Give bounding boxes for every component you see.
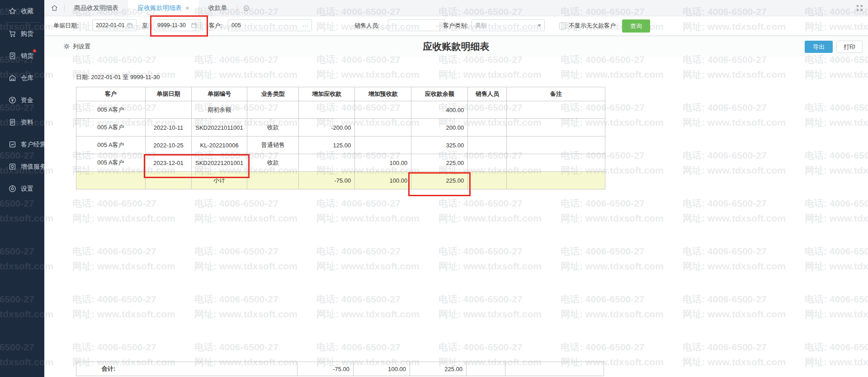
table-cell (505, 362, 604, 376)
column-header[interactable]: 增加应收款 (299, 87, 355, 101)
sidebar-item-label: 购货 (21, 30, 33, 38)
sidebar-item-4[interactable]: 资金 (0, 89, 44, 111)
chevron-down-icon (538, 24, 541, 27)
sidebar-menu: 收藏 购货 销货 仓库 资金 资料 客户经营 增值服务 设置 (0, 0, 44, 200)
sidebar-item-7[interactable]: 增值服务 (0, 156, 44, 178)
report-table[interactable]: 客户单据日期单据编号业务类型增加应收款增加预收款应收款余额销售人员备注005 A… (76, 87, 605, 189)
tab-0[interactable]: 商品收发明细表 (65, 0, 128, 16)
page-title: 应收账款明细表 (44, 40, 868, 53)
export-button[interactable]: 导出 (805, 41, 833, 53)
customer-input[interactable]: 005 ··· (228, 19, 312, 31)
app-window: 电话: 4006-6500-27网址: www.tdxsoft.com电话: 4… (0, 0, 868, 377)
tab-1[interactable]: 应收账款明细表 × (128, 0, 199, 16)
table-cell: 普通销售 (247, 137, 299, 154)
sidebar-item-8[interactable]: 设置 (0, 178, 44, 200)
table-row-4[interactable]: 小计-75.00100.00225.00 (76, 172, 605, 189)
sidebar-item-2[interactable]: 销货 (0, 45, 44, 67)
column-header[interactable]: 业务类型 (247, 87, 299, 101)
date-from-input[interactable]: 2022-01-01 (92, 19, 137, 31)
tab-label: 收款单 (208, 4, 227, 12)
table-cell (507, 119, 605, 137)
home-icon[interactable] (44, 4, 64, 12)
sidebar-item-label: 资金 (21, 96, 33, 104)
calendar-icon (191, 22, 197, 28)
date-from-value: 2022-01-01 (96, 22, 125, 28)
table-cell (355, 101, 411, 119)
table-cell: 100.00 (355, 172, 411, 189)
table-cell: SKD20221011001 (192, 119, 247, 137)
table-cell (507, 101, 605, 119)
column-header[interactable]: 客户 (76, 87, 146, 101)
table-cell: 收款 (247, 154, 299, 172)
table-cell: -200.00 (299, 119, 355, 137)
filter-bar: 单据日期: 2022-01-01 至 9999-11-30 客户: 005 ··… (44, 16, 868, 36)
sidebar-item-label: 设置 (21, 185, 33, 193)
table-cell (299, 101, 355, 119)
sidebar-item-label: 销货 (21, 52, 33, 60)
customer-type-label: 客户类别: (443, 16, 468, 35)
table-cell (467, 362, 505, 376)
search-button[interactable]: 查询 (622, 19, 650, 33)
table-row-1[interactable]: 005 A客户2022-10-11SKD20221011001收款-200.00… (76, 119, 605, 137)
column-header[interactable]: 单据日期 (146, 87, 192, 101)
date-to-input[interactable]: 9999-11-30 (154, 19, 201, 31)
table-cell: 2022-10-11 (146, 119, 192, 137)
table-cell: -75.00 (299, 172, 355, 189)
total-add-prepaid: 100.00 (354, 362, 410, 376)
tab-2[interactable]: 收款单 (199, 0, 237, 16)
date-label: 单据日期: (53, 16, 79, 35)
table-cell: 100.00 (355, 154, 411, 172)
table-cell (468, 137, 507, 154)
sidebar-item-6[interactable]: 客户经营 (0, 133, 44, 156)
table-row-0[interactable]: 005 A客户期初余额400.00 (76, 101, 605, 119)
tab-label: 应收账款明细表 (137, 4, 182, 12)
column-header[interactable]: 应收款余额 (411, 87, 468, 101)
table-cell (146, 172, 192, 189)
table-row-2[interactable]: 005 A客户2022-10-25KL-202210006普通销售125.003… (76, 137, 605, 154)
table-cell (507, 154, 605, 172)
salesperson-input[interactable]: ··· (388, 19, 445, 31)
ellipsis-icon[interactable]: ··· (435, 22, 441, 29)
calendar-icon (127, 22, 133, 28)
column-header[interactable]: 销售人员 (468, 87, 507, 101)
table-cell (355, 119, 411, 137)
table-cell: 325.00 (411, 137, 468, 154)
star-icon (8, 7, 17, 16)
table-cell: 2023-12-01 (146, 154, 192, 172)
tab-bar: 商品收发明细表 应收账款明细表 × 收款单 (44, 0, 868, 16)
customer-type-select[interactable]: 类别 (472, 19, 545, 31)
table-cell (468, 154, 507, 172)
column-header[interactable]: 单据编号 (192, 87, 247, 101)
ellipsis-icon[interactable]: ··· (302, 22, 308, 29)
table-header-row: 客户单据日期单据编号业务类型增加应收款增加预收款应收款余额销售人员备注 (76, 87, 605, 101)
sidebar-item-3[interactable]: 仓库 (0, 67, 44, 89)
print-button[interactable]: 打印 (836, 41, 863, 53)
date-separator: 至 (142, 16, 148, 35)
table-row-3[interactable]: 005 A客户2023-12-01SKD20221201001收款100.002… (76, 154, 605, 172)
table-cell: 005 A客户 (76, 137, 146, 154)
date-to-value: 9999-11-30 (157, 22, 186, 28)
sidebar: 收藏 购货 销货 仓库 资金 资料 客户经营 增值服务 设置 (0, 0, 44, 377)
table-cell (146, 101, 192, 119)
sidebar-item-0[interactable]: 收藏 (0, 0, 44, 22)
hide-no-debt-checkbox[interactable] (559, 23, 566, 29)
settings-icon (8, 184, 17, 193)
sidebar-item-1[interactable]: 购货 (0, 23, 44, 45)
table-cell: 125.00 (299, 137, 355, 154)
fullscreen-icon[interactable] (856, 4, 863, 12)
table-cell (468, 119, 507, 137)
close-tab-icon[interactable]: × (185, 5, 189, 11)
table-cell (468, 101, 507, 119)
total-label: 合计: (76, 362, 297, 376)
sidebar-item-5[interactable]: 资料 (0, 111, 44, 133)
column-header[interactable]: 增加预收款 (355, 87, 411, 101)
circle-chevron-down-icon[interactable] (243, 5, 250, 12)
column-header[interactable]: 备注 (507, 87, 605, 101)
table-cell: SKD20221201001 (192, 154, 247, 172)
tab-label: 商品收发明细表 (74, 4, 118, 12)
table-cell: 收款 (247, 119, 299, 137)
table-cell: 2022-10-25 (146, 137, 192, 154)
sidebar-item-label: 收藏 (21, 7, 33, 15)
notification-dot-icon (33, 49, 36, 52)
table-cell: 小计 (192, 172, 247, 189)
